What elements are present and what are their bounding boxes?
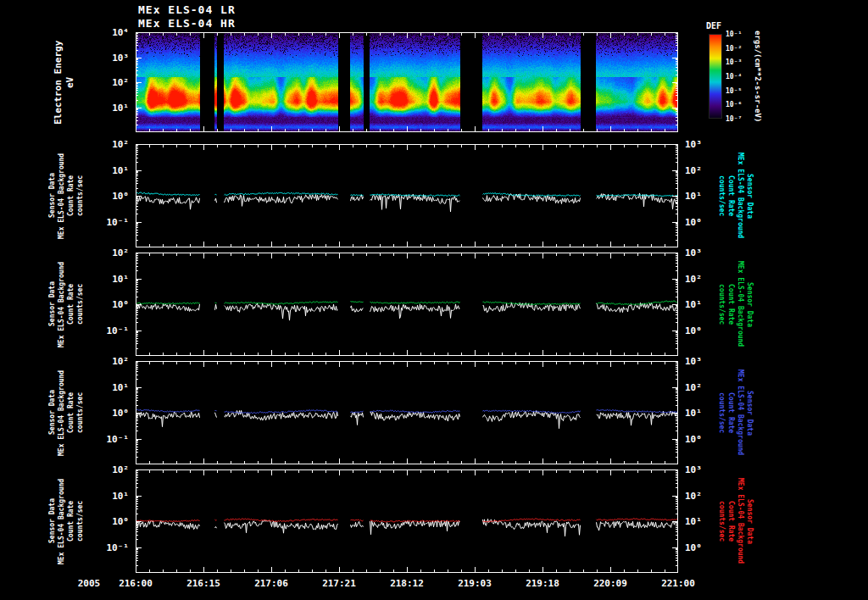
- axis-label-line: MEx ELS-04 Background: [57, 253, 66, 356]
- panel-1-y-tick-label-right: 10¹: [685, 191, 702, 202]
- axis-label-line: MEx ELS-04 Background: [57, 469, 66, 573]
- panel-4-y-tick-label-left: 10⁰: [112, 516, 129, 527]
- panel-1-y-tick-label-left: 10⁻¹: [107, 216, 130, 227]
- panel-1-right-axis-label: Sensor DataMEx ELS-04 BackgroundCount Ra…: [717, 144, 754, 247]
- axis-label-line: Count Rate: [726, 469, 736, 573]
- electron-energy-label: Electron Energy: [53, 32, 64, 132]
- x-axis-tick-label: 216:00: [119, 578, 153, 589]
- panel-4-y-tick-label-right: 10⁰: [685, 542, 702, 553]
- x-axis-tick-label: 219:03: [458, 578, 492, 589]
- x-axis-tick-label: 216:15: [186, 578, 220, 589]
- panel-3-y-tick-label-right: 10²: [685, 381, 702, 392]
- x-axis-tick-label: 219:18: [526, 578, 559, 589]
- axis-label-line: counts/sec: [717, 361, 726, 464]
- panel-3-y-tick-label-left: 10⁻¹: [107, 433, 130, 444]
- spectrogram-y-tick-label: 10¹: [112, 102, 129, 113]
- axis-label-line: counts/sec: [717, 253, 726, 356]
- axis-label-line: Sensor Data: [745, 361, 754, 464]
- panel-2-y-tick-label-left: 10²: [112, 247, 129, 258]
- axis-label-line: Count Rate: [66, 361, 75, 464]
- ev-unit-label: eV: [64, 32, 76, 132]
- axis-label-line: Count Rate: [66, 253, 75, 356]
- plot-title-hr: MEx ELS-04 HR: [138, 17, 236, 30]
- spectrogram-y-tick-label: 10³: [112, 52, 129, 63]
- panel-1-y-tick-label-right: 10²: [685, 164, 702, 175]
- panel-3-y-tick-label-right: 10³: [685, 356, 702, 367]
- axis-label-line: Sensor Data: [47, 144, 57, 247]
- year-label: 2005: [78, 578, 101, 589]
- spectrogram-y-tick-label: 10⁴: [112, 27, 129, 38]
- spectrogram-y-tick-label: 10²: [112, 77, 129, 88]
- axis-label-line: MEx ELS-04 Background: [736, 144, 745, 247]
- axis-label-line: Count Rate: [66, 469, 75, 573]
- panel-3-y-tick-label-right: 10¹: [685, 408, 702, 419]
- panel-4-y-tick-label-right: 10¹: [685, 516, 702, 527]
- panel-3-right-axis-label: Sensor DataMEx ELS-04 BackgroundCount Ra…: [717, 361, 754, 464]
- panel-4-y-tick-label-left: 10²: [112, 464, 129, 475]
- axis-label-line: Sensor Data: [745, 144, 754, 247]
- panel-2-y-tick-label-right: 10¹: [685, 299, 702, 310]
- count-rate-panel-4-canvas: [136, 469, 678, 573]
- panel-2-y-tick-label-left: 10¹: [112, 273, 129, 284]
- panel-4-left-axis-label: Sensor DataMEx ELS-04 BackgroundCount Ra…: [47, 469, 85, 573]
- axis-label-line: Sensor Data: [47, 469, 57, 573]
- colorbar-title: DEF: [706, 21, 721, 31]
- colorbar-tick-label: 10⁻⁴: [726, 73, 742, 81]
- panel-1-left-axis-label: Sensor DataMEx ELS-04 BackgroundCount Ra…: [47, 144, 85, 247]
- axis-label-line: MEx ELS-04 Background: [736, 253, 745, 356]
- axis-label-line: MEx ELS-04 Background: [57, 361, 66, 464]
- axis-label-line: Count Rate: [726, 253, 736, 356]
- panel-1-y-tick-label-left: 10²: [112, 139, 129, 150]
- axis-label-line: counts/sec: [717, 469, 726, 573]
- axis-label-line: MEx ELS-04 Background: [57, 144, 66, 247]
- axis-label-line: Count Rate: [726, 361, 736, 464]
- axis-label-line: Count Rate: [66, 144, 75, 247]
- colorbar-tick-label: 10⁻⁶: [726, 101, 742, 108]
- mex-els-figure: MEx ELS-04 LR MEx ELS-04 HR Electron Ene…: [0, 0, 868, 600]
- panel-4-y-tick-label-right: 10³: [685, 464, 702, 475]
- panel-2-y-tick-label-right: 10⁰: [685, 325, 702, 336]
- panel-2-y-tick-label-right: 10²: [685, 273, 702, 284]
- colorbar-tick-label: 10⁻⁵: [726, 86, 742, 94]
- axis-label-line: counts/sec: [717, 144, 726, 247]
- count-rate-panel-3-canvas: [136, 361, 678, 464]
- panel-1-y-tick-label-left: 10¹: [112, 164, 129, 175]
- colorbar-tick-label: 10⁻⁷: [726, 115, 742, 123]
- axis-label-line: Sensor Data: [47, 361, 57, 464]
- axis-label-line: Sensor Data: [745, 469, 754, 573]
- x-axis-tick-label: 218:12: [390, 578, 424, 589]
- x-axis-tick-label: 217:21: [322, 578, 356, 589]
- panel-3-y-tick-label-left: 10²: [112, 356, 129, 367]
- panel-1-y-tick-label-left: 10⁰: [112, 191, 129, 202]
- panel-1-y-tick-label-right: 10³: [685, 139, 702, 150]
- count-rate-panel-2-canvas: [136, 253, 678, 356]
- x-axis-tick-label: 217:06: [254, 578, 288, 589]
- panel-2-y-tick-label-left: 10⁰: [112, 299, 129, 310]
- panel-2-right-axis-label: Sensor DataMEx ELS-04 BackgroundCount Ra…: [717, 253, 754, 356]
- axis-label-line: counts/sec: [75, 361, 85, 464]
- axis-label-line: Sensor Data: [47, 253, 57, 356]
- axis-label-line: Sensor Data: [745, 253, 754, 356]
- axis-label-line: counts/sec: [75, 469, 85, 573]
- axis-label-line: counts/sec: [75, 144, 85, 247]
- colorbar-tick-label: 10⁻³: [726, 58, 742, 66]
- panel-3-y-tick-label-right: 10⁰: [685, 433, 702, 444]
- colorbar-tick-label: 10⁻²: [726, 44, 742, 52]
- axis-label-line: Count Rate: [726, 144, 736, 247]
- x-axis-tick-label: 220:09: [593, 578, 627, 589]
- panel-3-y-tick-label-left: 10¹: [112, 381, 129, 392]
- panel-4-right-axis-label: Sensor DataMEx ELS-04 BackgroundCount Ra…: [717, 469, 754, 573]
- axis-label-line: counts/sec: [75, 253, 85, 356]
- panel-3-y-tick-label-left: 10⁰: [112, 408, 129, 419]
- panel-4-y-tick-label-left: 10¹: [112, 490, 129, 501]
- axis-label-line: MEx ELS-04 Background: [736, 469, 745, 573]
- panel-2-y-tick-label-right: 10³: [685, 247, 702, 258]
- colorbar-units-label: ergs/(cm**2-s-sr-eV): [753, 10, 763, 142]
- colorbar-tick-label: 10⁻¹: [726, 31, 742, 38]
- panel-4-y-tick-label-right: 10²: [685, 490, 702, 501]
- colorbar-gradient: [709, 34, 722, 119]
- spectrogram-canvas: [136, 32, 678, 132]
- axis-label-line: MEx ELS-04 Background: [736, 361, 745, 464]
- spectrogram-y-axis-label: Electron Energy eV: [53, 32, 76, 132]
- x-axis-tick-label: 221:00: [661, 578, 695, 589]
